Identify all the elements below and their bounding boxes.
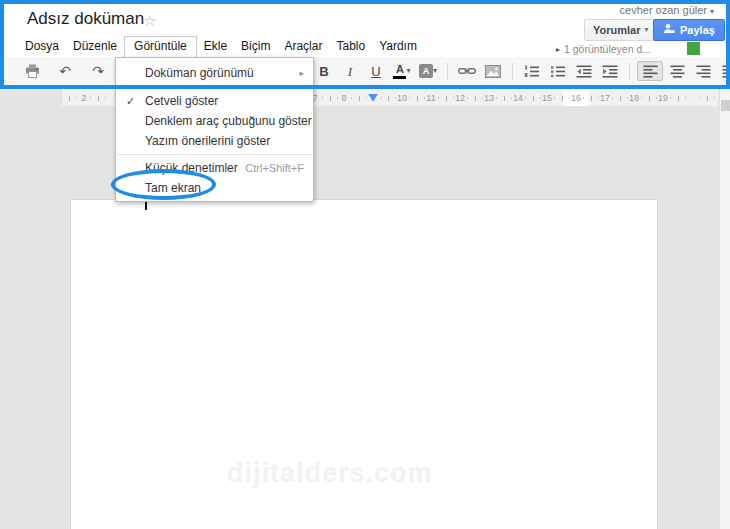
toolbar-separator [447, 63, 448, 80]
italic-icon[interactable]: I [338, 61, 362, 81]
menubar-item-dosya[interactable]: Dosya [18, 36, 66, 57]
toolbar: ↶↷▾ BIUA▾A▾▾ [0, 57, 730, 86]
account-menu[interactable]: cevher ozan güler▾ [620, 4, 714, 16]
star-icon[interactable]: ☆ [143, 12, 156, 30]
document-page[interactable]: dijitalders.com [70, 199, 658, 529]
presence-indicator [687, 42, 700, 55]
submenu-arrow-icon: ▸ [299, 68, 304, 78]
ruler-tick [380, 97, 381, 99]
view-menu-item-tam-ekran[interactable]: Tam ekran [116, 178, 313, 198]
menubar-item-g-r-nt-le[interactable]: Görüntüle [124, 36, 197, 57]
ruler-tick [351, 97, 352, 99]
ruler-number: 10 [397, 93, 407, 103]
ruler-tick [337, 97, 338, 99]
insert-image-icon[interactable] [481, 61, 505, 81]
document-canvas: dijitalders.com [0, 89, 730, 529]
menubar-item-tablo[interactable]: Tablo [329, 36, 372, 57]
document-title[interactable]: Adsız doküman [27, 9, 144, 29]
ruler-number: 15 [542, 93, 552, 103]
ruler-tick [598, 97, 599, 99]
vertical-scrollbar[interactable] [719, 89, 730, 529]
menubar-item-ara-lar[interactable]: Araçlar [277, 36, 329, 57]
viewers-status[interactable]: ▸ 1 görüntüleyen d... [556, 43, 651, 55]
ruler-tick [482, 97, 483, 99]
ruler-tick [322, 97, 323, 99]
ruler-tick [627, 97, 628, 99]
bold-icon[interactable]: B [312, 61, 336, 81]
indent-marker-icon[interactable] [368, 94, 378, 101]
viewers-text: 1 görüntüleyen d... [564, 43, 651, 55]
menu-item-label: Yazım önerilerini göster [145, 134, 304, 148]
highlight-color-icon[interactable]: A▾ [416, 61, 440, 81]
ruler-tick [554, 97, 555, 99]
ruler-tick [699, 97, 700, 99]
ruler-number: 14 [513, 93, 523, 103]
increase-indent-icon[interactable] [598, 61, 622, 81]
toolbar-separator [629, 63, 630, 80]
share-button[interactable]: Paylaş [653, 19, 725, 41]
align-right-icon[interactable] [691, 61, 715, 81]
view-menu-item-k-k-denetimler[interactable]: Küçük denetimlerCtrl+Shift+F [116, 158, 313, 178]
ruler-tick [525, 97, 526, 99]
ruler-tick [330, 96, 331, 101]
justify-icon[interactable] [717, 61, 730, 81]
ruler-tick [562, 96, 563, 101]
view-menu-item-denklem-ara-ubu-unu-g-ster[interactable]: Denklem araç çubuğunu göster [116, 111, 313, 131]
ruler-tick [620, 96, 621, 101]
text-color-icon[interactable]: A▾ [390, 61, 414, 81]
ruler-tick [569, 97, 570, 99]
ruler-tick [511, 97, 512, 99]
menu-item-label: Denklem araç çubuğunu göster [145, 114, 312, 128]
ruler-tick [685, 97, 686, 99]
toolbar-right-group: BIUA▾A▾▾ [312, 57, 730, 85]
ruler-tick [438, 97, 439, 99]
view-menu-item-cetveli-g-ster[interactable]: ✓Cetveli göster [116, 91, 313, 111]
ruler-number: 17 [600, 93, 610, 103]
ruler-tick [656, 97, 657, 99]
bulleted-list-icon[interactable] [546, 61, 570, 81]
scrollbar-thumb[interactable] [721, 100, 730, 111]
chevron-down-icon: ▾ [710, 7, 714, 16]
menu-divider [117, 87, 312, 88]
ruler-tick [98, 96, 99, 101]
insert-link-icon[interactable] [455, 61, 479, 81]
menu-item-label: Doküman görünümü [145, 66, 299, 80]
view-menu-item-yaz-m-nerilerini-g-ster[interactable]: Yazım önerilerini göster [116, 131, 313, 151]
toolbar-separator [512, 63, 513, 80]
menubar-item-yard-m[interactable]: Yardım [372, 36, 424, 57]
ruler-tick [90, 97, 91, 99]
print-icon[interactable] [20, 61, 44, 81]
view-menu-item-dok-man-g-r-n-m-[interactable]: Doküman görünümü▸ [116, 61, 313, 84]
ruler-tick [641, 97, 642, 99]
comments-button-label: Yorumlar [593, 24, 640, 36]
redo-icon[interactable]: ↷ [86, 61, 110, 81]
undo-icon[interactable]: ↶ [53, 61, 77, 81]
ruler-number: 2 [81, 93, 86, 103]
ruler-tick [69, 96, 70, 101]
account-name: cevher ozan güler [620, 4, 707, 16]
share-button-label: Paylaş [680, 24, 715, 36]
menubar-item-bi-im[interactable]: Biçim [234, 36, 277, 57]
menubar: DosyaDüzenleGörüntüleEkleBiçimAraçlarTab… [18, 36, 424, 57]
view-menu-dropdown: Doküman görünümü▸✓Cetveli gösterDenklem … [115, 57, 314, 202]
decrease-indent-icon[interactable] [572, 61, 596, 81]
menubar-item-ekle[interactable]: Ekle [197, 36, 234, 57]
ruler-tick [366, 97, 367, 99]
underline-icon[interactable]: U [364, 61, 388, 81]
ruler-tick [76, 97, 77, 99]
menu-divider [117, 154, 312, 155]
share-person-lock-icon [663, 23, 675, 37]
ruler-tick [417, 96, 418, 101]
menubar-item-d-zenle[interactable]: Düzenle [66, 36, 124, 57]
ruler-tick [453, 97, 454, 99]
ruler-tick [359, 96, 360, 101]
ruler-tick [475, 96, 476, 101]
ruler-tick [105, 97, 106, 99]
numbered-list-icon[interactable] [520, 61, 544, 81]
menu-item-label: Cetveli göster [145, 94, 304, 108]
header-bar: Adsız doküman ☆ cevher ozan güler▾ Yorum… [0, 0, 730, 57]
align-center-icon[interactable] [665, 61, 689, 81]
align-left-icon[interactable] [637, 61, 663, 81]
viewers-arrow-icon: ▸ [556, 45, 560, 54]
comments-button[interactable]: Yorumlar ▾ [584, 19, 658, 41]
